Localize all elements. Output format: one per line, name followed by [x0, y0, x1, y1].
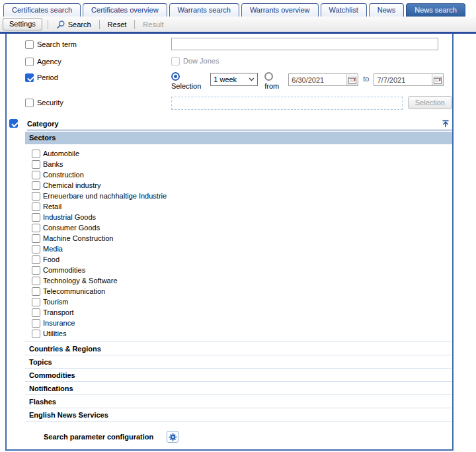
settings-button[interactable]: Settings	[3, 18, 42, 30]
result-button: Result	[140, 19, 166, 30]
from-date-value: 6/30/2021	[289, 76, 346, 84]
sector-item-label: Industrial Goods	[43, 213, 96, 221]
from-radio[interactable]	[264, 72, 273, 81]
category-section-header[interactable]: Notifications	[25, 381, 452, 394]
sector-item[interactable]: Food	[32, 254, 452, 265]
toolbar: Settings Search Reset Result	[0, 17, 476, 34]
reset-button[interactable]: Reset	[105, 19, 130, 30]
sector-checkbox[interactable]	[32, 160, 40, 169]
tab-news-search[interactable]: News search	[406, 3, 465, 17]
sector-checkbox[interactable]	[32, 330, 40, 338]
category-section-list: Countries & RegionsTopicsCommoditiesNoti…	[25, 341, 452, 422]
period-row: Period Selection 1 week fr	[7, 72, 452, 96]
sector-item-label: Commodities	[43, 266, 85, 274]
dow-jones-label: Dow Jones	[183, 57, 219, 65]
sector-checkbox[interactable]	[32, 181, 40, 190]
sector-item[interactable]: Tourism	[32, 296, 452, 307]
sector-checkbox[interactable]	[32, 287, 40, 296]
category-section-header[interactable]: Commodities	[25, 368, 452, 381]
sector-item-label: Retail	[43, 203, 61, 210]
sector-item[interactable]: Commodities	[32, 265, 452, 275]
tab-certificates-overview[interactable]: Certificates overview	[83, 3, 167, 17]
sector-checkbox[interactable]	[32, 171, 40, 179]
sector-checkbox[interactable]	[32, 266, 40, 275]
sector-checkbox[interactable]	[32, 308, 40, 317]
sector-item[interactable]: Media	[32, 244, 452, 254]
gear-icon[interactable]	[167, 431, 178, 443]
search-form-panel: Search term Agency Dow Jones Period	[5, 34, 454, 451]
collapse-up-icon[interactable]	[441, 119, 450, 128]
sector-item[interactable]: Transport	[32, 307, 452, 318]
security-checkbox[interactable]	[25, 99, 34, 107]
agency-row: Agency Dow Jones	[7, 55, 452, 72]
search-parameter-configuration: Search parameter configuration	[44, 431, 452, 443]
agency-checkbox[interactable]	[25, 58, 34, 66]
search-button-label: Search	[68, 21, 91, 28]
category-section-header[interactable]: English News Services	[25, 408, 452, 421]
tab-watchlist[interactable]: Watchlist	[321, 3, 367, 17]
category-section-header[interactable]: Countries & Regions	[25, 341, 452, 355]
security-selection-field[interactable]	[171, 97, 403, 110]
sector-item[interactable]: Technology & Software	[32, 275, 452, 286]
sector-checkbox[interactable]	[32, 150, 40, 158]
period-dropdown-value: 1 week	[214, 75, 237, 83]
dow-jones-checkbox	[171, 57, 180, 66]
security-selection-button[interactable]: Selection	[408, 96, 452, 109]
sector-item[interactable]: Chemical industry	[32, 180, 452, 191]
sector-checkbox[interactable]	[32, 245, 40, 253]
sector-item-label: Transport	[43, 308, 74, 316]
sector-list: AutomobileBanksConstructionChemical indu…	[25, 144, 452, 341]
search-button[interactable]: Search	[54, 19, 94, 30]
calendar-icon[interactable]	[346, 74, 358, 85]
category-content: Sectors AutomobileBanksConstructionChemi…	[25, 132, 452, 443]
security-label: Security	[37, 99, 63, 107]
sector-item[interactable]: Erneuerbare und nachhaltige Industrie	[32, 191, 452, 201]
search-term-checkbox[interactable]	[25, 40, 34, 49]
to-date-value: 7/7/2021	[374, 76, 432, 84]
category-section-header[interactable]: Flashes	[25, 394, 452, 408]
from-radio-label: from	[264, 82, 279, 90]
sector-item-label: Consumer Goods	[43, 224, 100, 232]
sector-item[interactable]: Industrial Goods	[32, 212, 452, 222]
sector-checkbox[interactable]	[32, 319, 40, 328]
search-term-input[interactable]	[171, 38, 438, 50]
to-date-field[interactable]: 7/7/2021	[374, 73, 444, 86]
category-checkbox[interactable]	[9, 119, 18, 128]
category-section-header[interactable]: Topics	[25, 355, 452, 368]
sector-item[interactable]: Utilities	[32, 328, 452, 339]
category-label: Category	[27, 120, 59, 128]
tab-news[interactable]: News	[369, 3, 405, 17]
sector-checkbox[interactable]	[32, 255, 40, 264]
sector-item[interactable]: Machine Construction	[32, 233, 452, 244]
tab-certificates-search[interactable]: Certificates search	[3, 3, 81, 17]
from-date-field[interactable]: 6/30/2021	[288, 73, 358, 86]
sector-item[interactable]: Retail	[32, 201, 452, 212]
selection-radio[interactable]	[171, 72, 180, 81]
period-checkbox[interactable]	[25, 73, 34, 82]
sector-checkbox[interactable]	[32, 224, 40, 232]
tab-warrants-overview[interactable]: Warrants overview	[241, 3, 319, 17]
tab-warrants-search[interactable]: Warrants search	[169, 3, 239, 17]
period-label: Period	[37, 73, 58, 81]
sector-item-label: Chemical industry	[43, 181, 100, 189]
toolbar-separator	[134, 20, 135, 29]
sector-item[interactable]: Construction	[32, 169, 452, 180]
calendar-icon[interactable]	[432, 74, 443, 85]
security-row: Security Selection	[7, 96, 452, 116]
sector-checkbox[interactable]	[32, 192, 40, 201]
sector-item[interactable]: Consumer Goods	[32, 222, 452, 233]
sector-checkbox[interactable]	[32, 213, 40, 222]
sector-item[interactable]: Automobile	[32, 148, 452, 159]
sector-item[interactable]: Banks	[32, 159, 452, 169]
sector-item[interactable]: Insurance	[32, 318, 452, 328]
sectors-section-header[interactable]: Sectors	[25, 132, 452, 144]
sector-item-label: Utilities	[43, 330, 66, 338]
sector-checkbox[interactable]	[32, 203, 40, 211]
sector-checkbox[interactable]	[32, 234, 40, 243]
sector-checkbox[interactable]	[32, 298, 40, 306]
news-search-window: Certificates searchCertificates overview…	[0, 0, 476, 451]
period-dropdown[interactable]: 1 week	[210, 73, 258, 86]
sector-item-label: Telecommunication	[43, 287, 105, 295]
sector-item[interactable]: Telecommunication	[32, 286, 452, 296]
sector-checkbox[interactable]	[32, 277, 40, 285]
